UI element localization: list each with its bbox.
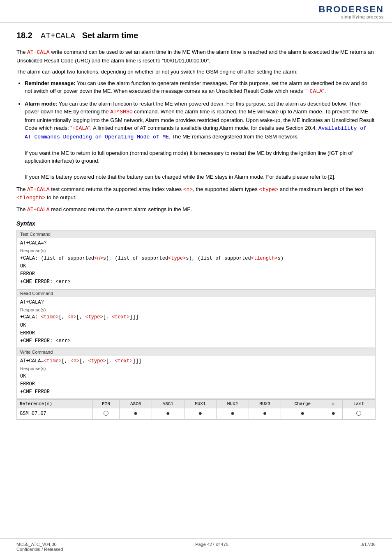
- dot-filled-sun: ●: [331, 410, 335, 417]
- inline-code-at-cala-3: AT+CALA: [27, 207, 50, 213]
- dot-filled-asc1: ●: [166, 410, 170, 417]
- cell-asc0: ●: [120, 408, 152, 419]
- read-cmd-content: AT+CALA? Response(s) +CALA: <time>[, <n>…: [17, 297, 375, 348]
- col-header-pin: PIN: [92, 400, 119, 408]
- test-cmd-cme: +CME ERROR: <err>: [20, 278, 372, 286]
- read-command-block: Read Command AT+CALA? Response(s) +CALA:…: [16, 289, 376, 348]
- footer-status: Confidential / Released: [16, 547, 63, 552]
- syntax-heading: Syntax: [16, 220, 376, 227]
- bullet1-title: Reminder message:: [25, 80, 76, 86]
- footer-doc-id: MC55_ATC_V04.00: [16, 542, 63, 547]
- read-cmd-ok: OK: [20, 322, 372, 329]
- cell-mux2: ●: [217, 408, 249, 419]
- cell-sun: ●: [324, 408, 343, 419]
- read-cmd-error: ERROR: [20, 329, 372, 337]
- cell-pin: [92, 408, 119, 419]
- write-cmd-resp-label: Response(s): [20, 365, 372, 373]
- footer-center: Page 427 of 475: [195, 542, 228, 552]
- bullet-alarm-mode: Alarm mode: You can use the alarm functi…: [25, 100, 376, 181]
- cell-asc1: ●: [152, 408, 184, 419]
- reference-block: Reference(s) PIN ASC0 ASC1 MUX1 MUX2 MUX…: [16, 399, 376, 420]
- footer-date: 3/17/06: [360, 542, 376, 547]
- write-cmd-ok: OK: [20, 373, 372, 380]
- write-command-block: Write Command AT+CALA=<time>[, <n>[, <ty…: [16, 348, 376, 399]
- test-cmd-content: AT+CALA=? Response(s) +CALA: (list of su…: [17, 238, 375, 289]
- col-header-charge: Charge: [281, 400, 324, 408]
- section-subtitle: Set alarm time: [82, 31, 138, 40]
- cell-mux1: ●: [184, 408, 217, 419]
- cell-mux3: ●: [249, 408, 281, 419]
- col-header-last: Last: [343, 400, 375, 408]
- reference-table: Reference(s) PIN ASC0 ASC1 MUX1 MUX2 MUX…: [17, 399, 375, 419]
- dot-filled-asc0: ●: [134, 410, 138, 417]
- test-command-block: Test Command AT+CALA=? Response(s) +CALA…: [16, 230, 376, 289]
- cell-charge: ●: [281, 408, 324, 419]
- feature-list: Reminder message: You can use the alarm …: [25, 79, 376, 181]
- body-para4: The AT+CALA read command returns the cur…: [16, 205, 376, 214]
- main-content: 18.2 AT+CALA Set alarm time The AT+CALA …: [0, 23, 392, 428]
- read-cmd-command: AT+CALA?: [20, 299, 372, 306]
- logo-tagline: simplifying process: [318, 15, 384, 19]
- inline-code-at-cala-2: AT+CALA: [27, 187, 50, 193]
- body-para2: The alarm can adopt two functions, depen…: [16, 68, 376, 76]
- logo: BRODERSEN simplifying process: [318, 4, 384, 19]
- dot-filled-mux3: ●: [263, 410, 267, 417]
- inline-code-tlength: <tlength>: [16, 195, 45, 201]
- test-cmd-label: Test Command: [17, 230, 375, 238]
- col-header-asc1: ASC1: [152, 400, 184, 408]
- dot-empty-pin: [104, 411, 108, 416]
- inline-code-cala-b: +CALA: [72, 125, 88, 131]
- test-cmd-command: AT+CALA=?: [20, 240, 372, 247]
- read-cmd-resp1: +CALA: <time>[, <n>[, <type>[, <text>]]]: [20, 313, 372, 321]
- bullet2-title: Alarm mode:: [25, 101, 57, 107]
- inline-code-n: <n>: [183, 187, 193, 193]
- test-cmd-ok: OK: [20, 263, 372, 270]
- page-footer: MC55_ATC_V04.00 Confidential / Released …: [0, 538, 392, 555]
- col-header-sun: ☼: [324, 400, 343, 408]
- write-cmd-cme: +CME ERROR: [20, 388, 372, 396]
- footer-right: 3/17/06: [360, 542, 376, 552]
- col-header-mux2: MUX2: [217, 400, 249, 408]
- inline-code-type: <type>: [259, 187, 278, 193]
- inline-code-cala-a: +CALA: [307, 88, 323, 94]
- test-cmd-resp-label: Response(s): [20, 247, 372, 255]
- logo-name: BRODERSEN: [318, 4, 384, 15]
- inline-code-smso: AT^SMSO: [110, 109, 133, 115]
- dot-filled-mux1: ●: [198, 410, 203, 417]
- footer-page: Page 427 of 475: [195, 542, 228, 547]
- bullet-reminder: Reminder message: You can use the alarm …: [25, 79, 376, 96]
- test-cmd-error: ERROR: [20, 270, 372, 278]
- section-number: 18.2: [16, 31, 32, 40]
- read-cmd-resp-label: Response(s): [20, 306, 372, 314]
- write-cmd-content: AT+CALA=<time>[, <n>[, <type>[, <text>]]…: [17, 356, 375, 398]
- footer-left: MC55_ATC_V04.00 Confidential / Released: [16, 542, 63, 552]
- col-header-mux1: MUX1: [184, 400, 217, 408]
- page-header: BRODERSEN simplifying process: [0, 0, 392, 23]
- inline-code-at-cala-1: AT+CALA: [27, 49, 50, 55]
- cell-last: [343, 408, 375, 419]
- write-cmd-error: ERROR: [20, 380, 372, 388]
- section-heading: 18.2 AT+CALA Set alarm time: [16, 31, 376, 41]
- syntax-label: Syntax: [16, 220, 35, 227]
- write-cmd-label: Write Command: [17, 348, 375, 356]
- col-header-ref: Reference(s): [17, 400, 93, 408]
- dot-empty-last: [356, 411, 361, 416]
- body-para1: The AT+CALA write command can be used to…: [16, 48, 376, 64]
- dot-filled-mux2: ●: [231, 410, 235, 417]
- body-para3: The AT+CALA test command returns the sup…: [16, 185, 376, 202]
- col-header-mux3: MUX3: [249, 400, 281, 408]
- section-title-full: AT+CALA Set alarm time: [41, 31, 138, 41]
- col-header-asc0: ASC0: [120, 400, 152, 408]
- read-cmd-cme: +CME ERROR: <err>: [20, 337, 372, 345]
- dot-filled-charge: ●: [300, 410, 304, 417]
- cell-ref: GSM 07.07: [17, 408, 93, 419]
- read-cmd-label: Read Command: [17, 290, 375, 297]
- write-cmd-command: AT+CALA=<time>[, <n>[, <type>[, <text>]]…: [20, 357, 372, 365]
- section-code: AT+CALA: [41, 31, 75, 41]
- table-row: GSM 07.07 ● ● ● ● ● ● ●: [17, 408, 375, 419]
- test-cmd-resp1: +CALA: (list of supported<n>s), (list of…: [20, 255, 372, 263]
